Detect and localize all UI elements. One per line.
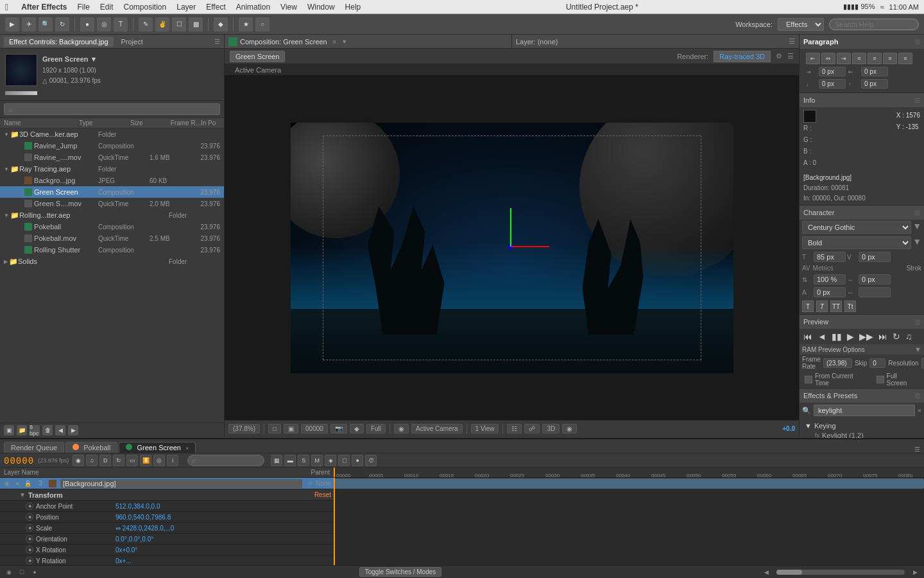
tab-effect-controls[interactable]: Effect Controls: Background.jpg <box>4 37 114 47</box>
indent-left-input[interactable] <box>819 67 846 76</box>
tl-scroll-right[interactable]: ▶ <box>910 567 920 577</box>
vc-track-icon[interactable]: ◉ <box>562 424 577 434</box>
tool-roto[interactable]: ○ <box>255 17 270 31</box>
vc-zoom[interactable]: (37.8%) <box>228 424 260 434</box>
menu-edit[interactable]: Edit <box>100 3 114 12</box>
tool-select[interactable]: ▶ <box>5 17 19 31</box>
tl-solo[interactable]: S <box>298 455 309 466</box>
yrot-keyframe-icon[interactable]: ◆ <box>26 557 33 565</box>
tab-green-screen[interactable]: Green Screen × <box>119 442 196 453</box>
comp-tab-dropdown[interactable]: ▼ <box>341 39 347 45</box>
tree-item-ravine-jump[interactable]: Ravine_Jump Composition 23.976 <box>0 140 224 152</box>
font-dropdown-arrow[interactable]: ▼ <box>912 221 921 234</box>
search-input[interactable] <box>829 19 919 30</box>
tool-brush[interactable]: ✌ <box>155 17 169 31</box>
indent-right-input[interactable] <box>861 67 888 76</box>
vc-resolution-icon[interactable]: □ <box>268 424 281 434</box>
preview-title[interactable]: Preview <box>803 318 828 326</box>
frame-rate-input[interactable] <box>823 358 852 368</box>
vc-render-icon[interactable]: ▣ <box>284 424 298 434</box>
info-title[interactable]: Info <box>803 96 815 104</box>
prev-back[interactable]: ◄ <box>816 331 828 342</box>
paragraph-menu[interactable]: ☰ <box>914 39 920 46</box>
tl-icon-loop[interactable]: ↻ <box>113 455 124 466</box>
tl-icon-audio[interactable]: ♫ <box>86 455 98 466</box>
font-size-input[interactable] <box>814 252 846 262</box>
tree-item-green-mov[interactable]: Green S....mov QuickTime 2.0 MB 23.976 <box>0 198 224 209</box>
menu-effect[interactable]: Effect <box>206 3 225 12</box>
ep-keying-folder[interactable]: ▼ Keying <box>802 421 921 431</box>
anchor-keyframe-icon[interactable]: ◆ <box>26 502 33 510</box>
align-center[interactable]: ⇔ <box>821 53 835 64</box>
vc-camera-icon[interactable]: 📷 <box>330 424 347 434</box>
space-before-input[interactable] <box>819 79 846 89</box>
tool-stamp[interactable]: ☐ <box>172 17 186 31</box>
track-playhead[interactable] <box>334 478 335 565</box>
align-justify-left[interactable]: ≡ <box>852 53 866 64</box>
menu-view[interactable]: View <box>280 3 297 12</box>
tree-item-pokeball-mov[interactable]: Pokeball.mov QuickTime 2.5 MB 23.976 <box>0 232 224 244</box>
panel-new-comp-icon[interactable]: ▣ <box>4 425 14 435</box>
toggle-switches-modes[interactable]: Toggle Switches / Modes <box>359 567 442 577</box>
vc-timecode[interactable]: 00000 <box>301 424 328 434</box>
tl-icon-graph[interactable]: ⏬ <box>140 455 151 466</box>
from-current-checkbox[interactable] <box>805 376 812 383</box>
preview-menu[interactable]: ☰ <box>914 319 920 326</box>
layer-lock-icon[interactable]: 🔓 <box>23 479 32 488</box>
vc-3d-icon[interactable]: 3D <box>542 424 560 434</box>
menu-composition[interactable]: Composition <box>124 3 167 12</box>
tab-render-queue[interactable]: Render Queue <box>4 442 64 453</box>
tl-keyframes[interactable]: ◈ <box>325 455 336 466</box>
panel-scroll-right[interactable]: ▶ <box>68 425 78 435</box>
space-after-input[interactable] <box>861 79 888 89</box>
ep-search-clear[interactable]: × <box>918 407 921 414</box>
tree-item-raytracing[interactable]: ▼📁 Ray Tracing.aep Folder <box>0 163 224 175</box>
anchor-value[interactable]: 512.0,384.0,0.0 <box>116 503 160 510</box>
tl-expand[interactable]: ▬ <box>284 455 296 466</box>
tool-shape[interactable]: ◆ <box>214 17 228 31</box>
workspace-dropdown[interactable]: Effects <box>778 18 824 31</box>
tool-type[interactable]: T <box>114 17 128 31</box>
transform-row[interactable]: ▼ Transform Reset <box>0 489 334 501</box>
xrot-keyframe-icon[interactable]: ◆ <box>26 546 33 554</box>
skip-input[interactable] <box>869 358 886 368</box>
prev-first[interactable]: ⏮ <box>802 331 814 342</box>
tool-eraser[interactable]: ▩ <box>189 17 203 31</box>
pos-value[interactable]: 960.0,540.0,7986.8 <box>116 514 171 521</box>
green-screen-button[interactable]: Green Screen <box>230 51 285 62</box>
layer-tab-menu[interactable]: ☰ <box>789 37 795 46</box>
panel-menu[interactable]: ☰ <box>214 38 220 45</box>
align-justify-center[interactable]: ≡ <box>868 53 882 64</box>
orient-keyframe-icon[interactable]: ◆ <box>26 535 33 543</box>
style-dropdown[interactable]: Bold <box>802 236 911 249</box>
vc-grid-icon[interactable]: ☷ <box>507 424 522 434</box>
paragraph-title[interactable]: Paragraph <box>803 38 838 46</box>
xrot-value[interactable]: 0x+0.0° <box>116 547 137 554</box>
comp-menu-icon[interactable]: ☰ <box>787 52 794 60</box>
layer-row-3[interactable]: ◉ ● 🔓 3 [Background.jpg] ⚛ None <box>0 478 334 489</box>
info-menu[interactable]: ☰ <box>914 97 920 104</box>
tool-hand[interactable]: ✈ <box>22 17 36 31</box>
tl-bottom-icon-2[interactable]: ☐ <box>17 567 27 577</box>
align-justify-all[interactable]: ≡ <box>898 53 912 64</box>
panel-scroll-left[interactable]: ◀ <box>55 425 65 435</box>
orient-value[interactable]: 0.0°,0.0°,0.0° <box>116 536 153 543</box>
character-title[interactable]: Character <box>803 209 834 216</box>
comp-tab[interactable]: Composition: Green Screen <box>240 38 327 46</box>
tool-pen[interactable]: ✎ <box>139 17 153 31</box>
prev-loop[interactable]: ↻ <box>891 331 902 342</box>
align-left[interactable]: ⇤ <box>806 53 820 64</box>
tl-icon-motion[interactable]: ◎ <box>153 455 165 466</box>
italic-icon[interactable]: T <box>816 301 828 312</box>
prev-stop[interactable]: ▮▮ <box>830 331 843 342</box>
vc-cam-icon[interactable]: ◉ <box>394 424 409 434</box>
panel-trash-icon[interactable]: 🗑 <box>42 425 53 435</box>
tracking-input[interactable] <box>859 274 891 285</box>
prev-fwd[interactable]: ▶▶ <box>858 331 875 342</box>
effects-menu[interactable]: ☰ <box>914 392 920 399</box>
all-caps-icon[interactable]: TT <box>830 301 842 312</box>
effects-search-input[interactable] <box>814 405 915 416</box>
tool-pan[interactable]: ◎ <box>97 17 111 31</box>
timeline-timecode[interactable]: 00000 <box>4 455 34 466</box>
tree-item-background-jpg[interactable]: Backgro...jpg JPEG 60 KB <box>0 175 224 186</box>
